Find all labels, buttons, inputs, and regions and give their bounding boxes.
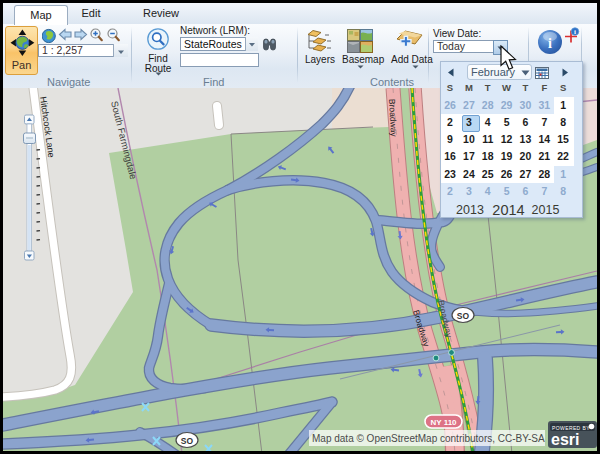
svg-text:esri: esri bbox=[551, 431, 579, 448]
svg-text:Broadway: Broadway bbox=[387, 99, 399, 138]
svg-text:i: i bbox=[548, 36, 552, 51]
svg-text:i: i bbox=[574, 28, 576, 36]
svg-text:SO: SO bbox=[457, 311, 470, 321]
svg-text:NY 110: NY 110 bbox=[430, 418, 457, 427]
svg-text:SO: SO bbox=[181, 436, 194, 446]
svg-text:Map data © OpenStreetMap contr: Map data © OpenStreetMap contributors, C… bbox=[312, 433, 545, 444]
